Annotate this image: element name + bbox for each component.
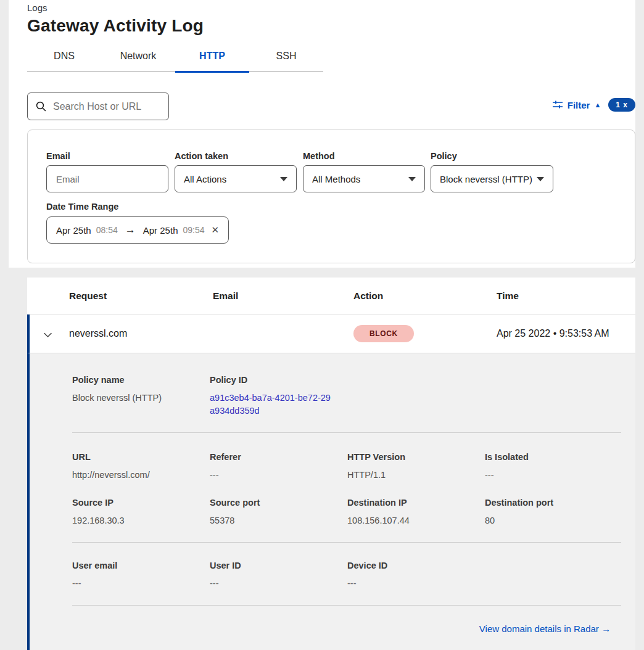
- view-in-radar-link[interactable]: View domain details in Radar →: [479, 623, 611, 634]
- tab-http[interactable]: HTTP: [175, 48, 249, 73]
- http-details-row: URL http://neverssl.com/ Referer --- HTT…: [72, 433, 621, 482]
- date-range-label: Date Time Range: [46, 202, 118, 212]
- user-email-value: ---: [72, 577, 202, 590]
- chevron-down-icon: [280, 177, 287, 181]
- network-details-row: Source IP 192.168.30.3 Source port 55378…: [72, 482, 621, 527]
- filter-panel: Email Action taken All Actions Method Al…: [27, 130, 635, 263]
- chevron-down-icon: [408, 177, 416, 181]
- search-icon: [36, 101, 46, 112]
- email-filter-label: Email: [46, 151, 70, 161]
- action-taken-label: Action taken: [175, 151, 228, 161]
- policy-label: Policy: [431, 151, 457, 161]
- url-value: http://neverssl.com/: [72, 469, 202, 482]
- referer-label: Referer: [210, 452, 340, 462]
- radar-link-row: View domain details in Radar →: [72, 606, 621, 635]
- block-status-badge: BLOCK: [353, 325, 414, 342]
- method-value: All Methods: [312, 174, 360, 184]
- clear-date-range-icon[interactable]: ✕: [211, 224, 219, 236]
- http-version-label: HTTP Version: [347, 452, 477, 462]
- filter-sliders-icon: [553, 101, 563, 109]
- breadcrumb[interactable]: Logs: [27, 2, 47, 13]
- end-date[interactable]: Apr 25th: [143, 225, 178, 236]
- email-filter-input[interactable]: [55, 173, 156, 185]
- policy-id-link[interactable]: a91c3eb4-ba7a-4201-be72-29a934dd359d: [210, 392, 331, 418]
- row-expand-chevron-icon[interactable]: [43, 329, 52, 340]
- table-row[interactable]: neverssl.com BLOCK Apr 25 2022 • 9:53:53…: [27, 315, 635, 353]
- start-time[interactable]: 08:54: [96, 225, 118, 235]
- is-isolated-label: Is Isolated: [485, 452, 614, 462]
- user-email-label: User email: [72, 561, 202, 570]
- activity-log-table: Request Email Action Time neverssl.com B…: [27, 278, 635, 353]
- filter-count-badge[interactable]: 1 x: [608, 98, 635, 112]
- device-id-label: Device ID: [347, 561, 477, 570]
- search-box[interactable]: [27, 93, 169, 120]
- row-time: Apr 25 2022 • 9:53:53 AM: [497, 328, 609, 339]
- url-label: URL: [72, 452, 202, 462]
- is-isolated-value: ---: [485, 469, 614, 482]
- method-label: Method: [303, 151, 335, 161]
- header-action: Action: [353, 290, 497, 302]
- source-port-label: Source port: [210, 498, 340, 508]
- header-time: Time: [497, 290, 635, 302]
- filter-button[interactable]: Filter ▲: [553, 100, 609, 110]
- destination-ip-value: 108.156.107.44: [347, 514, 477, 527]
- email-filter-field[interactable]: [46, 165, 168, 192]
- policy-name-value: Block neverssl (HTTP): [72, 392, 202, 405]
- collapse-caret-icon: ▲: [594, 101, 601, 109]
- action-taken-value: All Actions: [184, 174, 226, 184]
- header-request: Request: [69, 290, 213, 302]
- policy-select[interactable]: Block neverssl (HTTP): [431, 165, 553, 192]
- table-header-row: Request Email Action Time: [27, 278, 635, 315]
- chevron-down-icon: [537, 177, 544, 181]
- expanded-row-details: Policy name Block neverssl (HTTP) Policy…: [27, 353, 635, 650]
- page-title: Gateway Activity Log: [27, 16, 204, 36]
- user-id-value: ---: [210, 577, 340, 590]
- user-id-label: User ID: [210, 561, 340, 570]
- policy-value: Block neverssl (HTTP): [440, 174, 532, 184]
- header-email: Email: [213, 290, 353, 302]
- destination-port-label: Destination port: [485, 498, 614, 508]
- tab-bar: DNS Network HTTP SSH: [27, 48, 323, 72]
- end-time[interactable]: 09:54: [183, 225, 204, 235]
- date-range-picker[interactable]: Apr 25th 08:54 → Apr 25th 09:54 ✕: [46, 216, 229, 244]
- policy-section: Policy name Block neverssl (HTTP) Policy…: [72, 353, 621, 418]
- policy-id-label: Policy ID: [210, 375, 614, 385]
- referer-value: ---: [210, 469, 340, 482]
- row-request: neverssl.com: [69, 328, 127, 339]
- source-port-value: 55378: [210, 514, 340, 527]
- tab-ssh[interactable]: SSH: [249, 48, 323, 73]
- policy-name-label: Policy name: [72, 375, 202, 385]
- method-select[interactable]: All Methods: [303, 165, 425, 192]
- source-ip-value: 192.168.30.3: [72, 514, 202, 527]
- tab-network[interactable]: Network: [101, 48, 175, 73]
- filter-button-label: Filter: [568, 100, 590, 110]
- range-arrow-icon: →: [125, 224, 136, 236]
- destination-ip-label: Destination IP: [347, 498, 477, 508]
- device-id-value: ---: [347, 577, 477, 590]
- start-date[interactable]: Apr 25th: [56, 225, 91, 236]
- filter-controls: Filter ▲ 1 x: [553, 98, 635, 112]
- http-version-value: HTTP/1.1: [347, 469, 477, 482]
- tab-dns[interactable]: DNS: [27, 48, 101, 73]
- action-taken-select[interactable]: All Actions: [175, 165, 297, 192]
- source-ip-label: Source IP: [72, 498, 202, 508]
- destination-port-value: 80: [485, 514, 614, 527]
- user-details-row: User email --- User ID --- Device ID ---: [72, 543, 621, 590]
- search-input[interactable]: [52, 101, 162, 113]
